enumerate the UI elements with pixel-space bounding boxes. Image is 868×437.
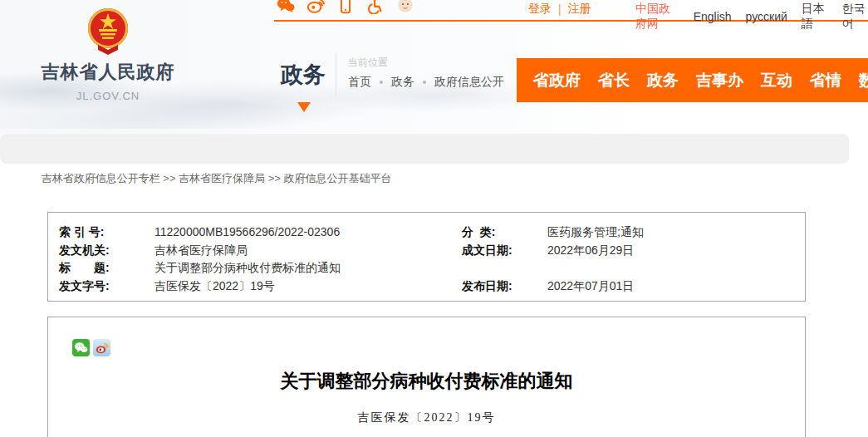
meta-label-issuing-agency: 发文机关: xyxy=(59,242,154,260)
trail-item-platform[interactable]: 政府信息公开基础平台 xyxy=(284,172,392,184)
lang-english[interactable]: English xyxy=(694,10,732,23)
accessibility-icon[interactable] xyxy=(366,0,385,14)
page: 吉林省人民政府 JL.GOV.CN xyxy=(0,0,868,437)
meta-value-publish-date: 2022年07月01日 xyxy=(547,277,805,296)
meta-value-written-date: 2022年06月29日 xyxy=(547,242,805,260)
site-domain: JL.GOV.CN xyxy=(33,90,183,102)
meta-value-title: 关于调整部分病种收付费标准的通知 xyxy=(154,259,462,277)
breadcrumb-home[interactable]: 首页 xyxy=(348,75,371,90)
document-metadata-box: 索 引 号: 11220000MB19566296/2022-02306 分 类… xyxy=(47,212,806,302)
article-doc-number: 吉医保发〔2022〕19号 xyxy=(48,410,805,425)
site-header: 吉林省人民政府 JL.GOV.CN xyxy=(0,0,868,134)
meta-label-publish-date: 发布日期: xyxy=(462,277,547,296)
lang-japanese[interactable]: 日本語 xyxy=(802,2,828,32)
breadcrumb-zhengwu[interactable]: 政务 xyxy=(391,75,414,90)
nav-item-data[interactable]: 数据 xyxy=(859,70,868,91)
meta-value-doc-number: 吉医保发〔2022〕19号 xyxy=(154,277,462,296)
article-box: 关于调整部分病种收付费标准的通知 吉医保发〔2022〕19号 xyxy=(47,317,806,437)
trail-separator: >> xyxy=(160,172,179,184)
meta-label-doc-number: 发文字号: xyxy=(59,277,154,296)
nav-item-interaction[interactable]: 互动 xyxy=(761,70,792,91)
topbar-icons xyxy=(277,0,422,15)
login-link[interactable]: 登录 xyxy=(528,2,552,17)
nav-item-province-profile[interactable]: 省情 xyxy=(810,70,841,91)
weibo-icon[interactable] xyxy=(306,0,325,14)
meta-label-category: 分 类: xyxy=(462,223,547,242)
meta-value-issuing-agency: 吉林省医疗保障局 xyxy=(154,242,462,260)
section-arrow-icon xyxy=(297,102,311,112)
lang-korean[interactable]: 한국어 xyxy=(841,2,868,32)
nav-item-government-affairs[interactable]: 政务 xyxy=(647,70,679,91)
lang-russian[interactable]: русский xyxy=(746,10,787,23)
current-location-label: 当前位置 xyxy=(348,56,388,70)
wechat-icon[interactable] xyxy=(277,0,295,14)
language-links: 中国政府网 English русский 日本語 한국어 xyxy=(635,2,868,32)
meta-value-empty xyxy=(547,259,805,277)
auth-separator: | xyxy=(558,2,562,16)
wechat-share-icon xyxy=(74,341,88,354)
breadcrumb-info-disclosure[interactable]: 政府信息公开 xyxy=(434,75,504,90)
auth-links: 登录 | 注册 xyxy=(528,2,591,17)
share-wechat-button[interactable] xyxy=(72,339,90,356)
nav-item-provincial-government[interactable]: 省政府 xyxy=(533,70,581,91)
national-emblem-icon xyxy=(86,7,130,55)
mobile-version-icon[interactable] xyxy=(336,0,355,14)
breadcrumb-dot-icon xyxy=(423,81,426,84)
disclosure-trail-bar: 吉林省政府信息公开专栏 >> 吉林省医疗保障局 >> 政府信息公开基础平台 xyxy=(0,134,849,164)
breadcrumb: 首页 政务 政府信息公开 xyxy=(348,75,504,90)
elder-mode-icon[interactable] xyxy=(396,0,414,14)
vertical-divider xyxy=(336,53,336,99)
china-gov-link[interactable]: 中国政府网 xyxy=(635,2,679,32)
meta-value-index-number: 11220000MB19566296/2022-02306 xyxy=(154,223,462,242)
site-logo[interactable]: 吉林省人民政府 JL.GOV.CN xyxy=(33,7,183,102)
meta-value-category: 医药服务管理;通知 xyxy=(547,223,805,242)
weibo-share-icon xyxy=(95,341,109,354)
main-nav: 省政府 省长 政务 吉事办 互动 省情 数据 xyxy=(517,58,868,102)
meta-label-index-number: 索 引 号: xyxy=(59,223,154,242)
meta-label-written-date: 成文日期: xyxy=(462,242,547,260)
nav-item-jishiban[interactable]: 吉事办 xyxy=(696,70,743,91)
trail-separator: >> xyxy=(265,172,283,184)
breadcrumb-dot-icon xyxy=(380,81,383,84)
meta-label-empty xyxy=(462,259,547,277)
nav-item-governor[interactable]: 省长 xyxy=(598,70,630,91)
trail-item-medical-bureau[interactable]: 吉林省医疗保障局 xyxy=(179,172,265,184)
site-name: 吉林省人民政府 xyxy=(33,60,183,85)
trail-item-disclosure-column[interactable]: 吉林省政府信息公开专栏 xyxy=(42,172,160,184)
article-title: 关于调整部分病种收付费标准的通知 xyxy=(48,369,805,394)
register-link[interactable]: 注册 xyxy=(568,2,591,17)
share-weibo-button[interactable] xyxy=(93,339,110,356)
meta-label-title: 标 题: xyxy=(59,259,154,277)
section-title: 政务 xyxy=(281,60,326,90)
share-buttons xyxy=(72,339,110,356)
